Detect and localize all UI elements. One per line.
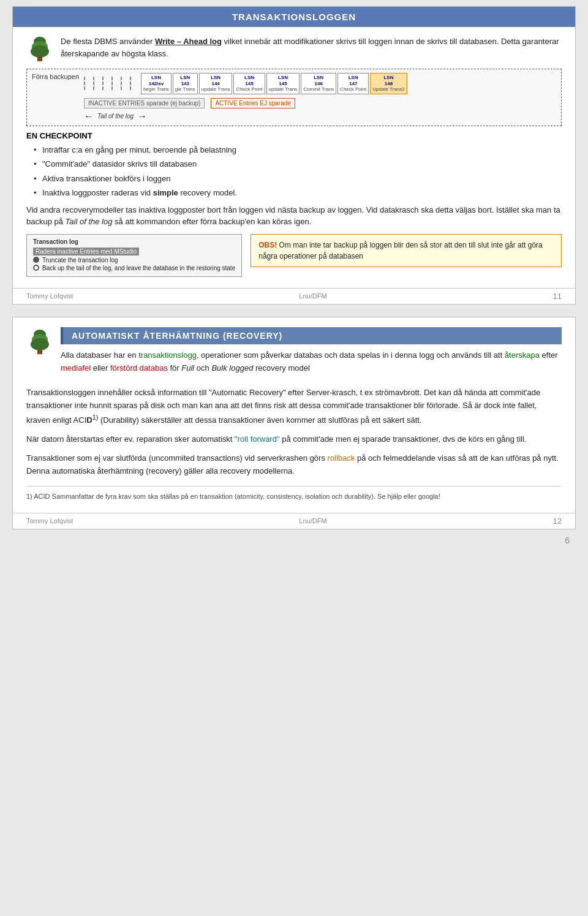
obs-box: OBS! Om man inte tar backup på loggen bl… <box>251 234 562 267</box>
recovery-header-block: AUTOMATISKT ÅTERHÄMTNING (RECOVERY) Alla… <box>61 327 562 381</box>
para1: Transaktionsloggen innehåller också info… <box>26 387 562 427</box>
lsn-active-box: LSN 148 Update Trans2 <box>370 73 407 94</box>
slide1-footer-center: Lnu/DFM <box>299 292 326 300</box>
slide1-page-num: 11 <box>553 292 562 301</box>
slide2-footer: Tommy Lofqvist Lnu/DFM 12 <box>13 513 575 529</box>
bullet-2: "Commit'ade" datasidor skrivs till datab… <box>34 157 562 172</box>
backup-label: Förra backupen <box>32 73 79 80</box>
slide1-header: TRANSAKTIONSLOGGEN <box>13 7 575 27</box>
txlog-box: Transaction log Radera inactive Entries … <box>26 234 242 277</box>
slide2-footer-center: Lnu/DFM <box>299 517 326 524</box>
recovery-desc: Vid andra recoverymodeller tas inaktiva … <box>26 204 562 228</box>
checkpoint-title: En En CHECKPOINTCHECKPOINT <box>26 131 92 140</box>
svg-point-2 <box>31 45 49 58</box>
slide-2: AUTOMATISKT ÅTERHÄMTNING (RECOVERY) Alla… <box>12 317 576 529</box>
tree-icon <box>26 36 53 62</box>
diagram-bottom: INACTIVE ENTRIES sparade (ej backup) ACT… <box>84 98 556 108</box>
slide1-footer: Tommy Lofqvist Lnu/DFM 11 <box>13 288 575 304</box>
footnote: 1) ACID Sammanfattar de fyra krav som sk… <box>26 486 562 502</box>
slide1-title: TRANSAKTIONSLOGGEN <box>232 12 356 22</box>
checkpoint-diagram: Förra backupen <box>26 69 562 126</box>
recovery-title-bar: AUTOMATISKT ÅTERHÄMTNING (RECOVERY) <box>61 327 562 344</box>
checkpoint-section: En En CHECKPOINTCHECKPOINT Inträffar c:a… <box>26 131 562 200</box>
radio-filled-icon <box>33 257 39 263</box>
svg-rect-7 <box>37 349 42 354</box>
slide2-footer-left: Tommy Lofqvist <box>26 517 73 524</box>
bullet-1: Inträffar c:a en gång per minut, beroend… <box>34 143 562 157</box>
tree-icon-2 <box>26 328 53 355</box>
bottom-diagram: Transaction log Radera inactive Entries … <box>26 234 562 277</box>
txlog-option2: Truncate the transaction log <box>33 257 235 263</box>
radio-empty-icon <box>33 265 39 271</box>
para2: När datorn återstartas efter ev. reparat… <box>26 433 562 446</box>
slide1-intro: De flesta DBMS använder Write – Ahead lo… <box>61 36 562 59</box>
recovery-intro: Alla databaser har en transaktionslogg, … <box>61 349 562 375</box>
page-corner: 6 <box>12 536 576 545</box>
svg-rect-3 <box>37 56 42 61</box>
slide1-footer-left: Tommy Lofqvist <box>26 292 73 300</box>
bullet-3: Aktiva transaktioner bokförs i loggen <box>34 172 562 186</box>
tail-row: ← Tail of the log → <box>84 111 556 122</box>
checkpoint-bullets: Inträffar c:a en gång per minut, beroend… <box>26 143 562 200</box>
bullet-4: Inaktiva loggposter raderas vid simple r… <box>34 186 562 200</box>
para3: Transaktioner som ej var slutförda (unco… <box>26 452 562 478</box>
lsn-inactive-boxes: LSN 142lsv begin Trans LSN 143 gle Trans <box>141 73 369 94</box>
recovery-header-row: AUTOMATISKT ÅTERHÄMTNING (RECOVERY) Alla… <box>26 327 562 381</box>
slide2-page-num: 12 <box>553 517 562 526</box>
txlog-option3: Back up the tail of the log, and leave t… <box>33 265 235 271</box>
txlog-option1: Radera inactive Entries med MStudio <box>33 248 235 255</box>
svg-point-6 <box>31 338 49 350</box>
slide-1: TRANSAKTIONSLOGGEN De flesta DBMS använd… <box>12 6 576 305</box>
